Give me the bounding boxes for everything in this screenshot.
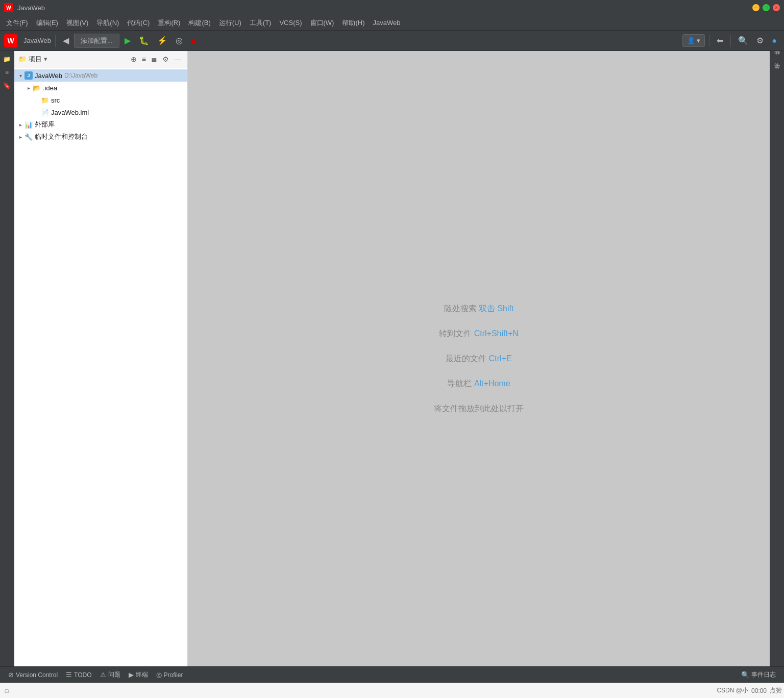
hint-recent-files: 最近的文件 Ctrl+E xyxy=(446,354,511,364)
title-bar-title: JavaWeb xyxy=(17,4,45,12)
bottom-bar: □ CSDN @小 00:00 点赞 xyxy=(0,683,784,698)
title-bar-controls: ─ □ ✕ xyxy=(752,4,780,11)
menu-bar: 文件(F) 编辑(E) 视图(V) 导航(N) 代码(C) 重构(R) 构建(B… xyxy=(0,15,784,31)
panel-header-label: 项目 xyxy=(29,55,42,64)
project-panel: 📁 项目 ▾ ⊕ ≡ ≣ ⚙ — J JavaWeb D:\JavaWeb xyxy=(14,51,188,666)
left-strip-project-btn[interactable]: 📁 xyxy=(1,53,13,65)
right-strip: 结构 书签 xyxy=(770,51,784,666)
status-bar: ⊘ Version Control ☰ TODO ⚠ 问题 ▶ 终端 ◎ Pro… xyxy=(0,666,784,683)
run-button[interactable]: ▶ xyxy=(121,34,134,47)
coverage-button[interactable]: ◎ xyxy=(173,34,186,47)
tree-label-iml: JavaWeb.iml xyxy=(51,109,89,116)
left-strip-bookmarks-btn[interactable]: 🔖 xyxy=(1,80,13,92)
toolbar: W JavaWeb ◀ 添加配置... ▶ 🐛 ⚡ ◎ ■ 👤 ▾ ⬅ 🔍 ⚙ … xyxy=(0,31,784,51)
hint-search-shortcut: 双击 Shift xyxy=(479,304,513,313)
search-everywhere-button[interactable]: 🔍 xyxy=(735,34,751,47)
project-root-icon: J xyxy=(24,71,33,80)
bottom-brand: CSDN @小 xyxy=(717,686,748,695)
tree-icon-idea: 📂 xyxy=(33,84,41,92)
settings-button[interactable]: ⚙ xyxy=(753,34,767,47)
panel-expand-all-btn[interactable]: ≣ xyxy=(149,54,159,64)
tree-label-extlib: 外部库 xyxy=(35,120,55,129)
left-strip-structure-btn[interactable]: ≡ xyxy=(1,66,13,79)
user-button[interactable]: 👤 ▾ xyxy=(682,34,705,47)
right-strip-structure[interactable]: 结构 xyxy=(772,57,782,61)
menu-edit[interactable]: 编辑(E) xyxy=(32,16,62,30)
status-event-log-label: 事件日志 xyxy=(751,670,776,679)
menu-help[interactable]: 帮助(H) xyxy=(338,16,369,30)
panel-close-btn[interactable]: — xyxy=(172,54,183,64)
menu-view[interactable]: 视图(V) xyxy=(62,16,92,30)
project-title: JavaWeb xyxy=(23,37,51,44)
status-event-log[interactable]: 🔍 事件日志 xyxy=(737,670,780,679)
editor-area: 随处搜索 双击 Shift 转到文件 Ctrl+Shift+N 最近的文件 Ct… xyxy=(188,51,770,666)
tree-item-idea[interactable]: 📂 .idea xyxy=(14,82,187,94)
title-bar-left: W JavaWeb xyxy=(4,3,45,12)
tree-area[interactable]: J JavaWeb D:\JavaWeb 📂 .idea 📁 src xyxy=(14,67,187,666)
tree-arrow-src xyxy=(33,96,41,104)
toolbar-separator-3 xyxy=(730,35,731,47)
menu-build[interactable]: 构建(B) xyxy=(184,16,214,30)
problems-icon: ⚠ xyxy=(100,671,106,679)
stop-button[interactable]: ■ xyxy=(188,34,199,47)
panel-add-btn[interactable]: ⊕ xyxy=(129,54,139,64)
hint-navbar: 导航栏 Alt+Home xyxy=(447,379,510,389)
menu-tools[interactable]: 工具(T) xyxy=(246,16,276,30)
tree-label-src: src xyxy=(51,96,60,104)
version-control-icon: ⊘ xyxy=(8,671,14,679)
forward-nav-button[interactable]: ⬅ xyxy=(714,34,726,47)
panel-header-actions: ⊕ ≡ ≣ ⚙ — xyxy=(129,54,183,64)
panel-settings-btn[interactable]: ⚙ xyxy=(160,54,171,64)
hint-goto-shortcut: Ctrl+Shift+N xyxy=(474,329,519,338)
back-button[interactable]: ◀ xyxy=(60,34,72,47)
menu-run[interactable]: 运行(U) xyxy=(215,16,246,30)
tree-label-scratch: 临时文件和控制台 xyxy=(35,132,88,141)
status-todo[interactable]: ☰ TODO xyxy=(62,667,95,683)
panel-collapse-all-btn[interactable]: ≡ xyxy=(140,54,148,64)
tree-item-root[interactable]: J JavaWeb D:\JavaWeb xyxy=(14,69,187,82)
status-problems-label: 问题 xyxy=(108,670,120,679)
profile-button[interactable]: ⚡ xyxy=(154,34,170,47)
menu-project[interactable]: JavaWeb xyxy=(369,17,404,29)
right-strip-bookmarks[interactable]: 书签 xyxy=(772,71,782,76)
tree-label-root: JavaWeb xyxy=(35,72,62,80)
menu-vcs[interactable]: VCS(S) xyxy=(275,17,306,29)
tree-arrow-iml xyxy=(33,108,41,116)
left-strip: 📁 ≡ 🔖 xyxy=(0,51,14,666)
panel-header: 📁 项目 ▾ ⊕ ≡ ≣ ⚙ — xyxy=(14,51,187,67)
maximize-button[interactable]: □ xyxy=(763,4,770,11)
status-terminal[interactable]: ▶ 终端 xyxy=(125,667,152,683)
menu-code[interactable]: 代码(C) xyxy=(123,16,154,30)
tree-item-scratch[interactable]: 🔧 临时文件和控制台 xyxy=(14,131,187,143)
menu-refactor[interactable]: 重构(R) xyxy=(154,16,184,30)
app-logo: W xyxy=(4,3,13,12)
tree-arrow-root xyxy=(16,71,24,80)
minimize-button[interactable]: ─ xyxy=(752,4,760,11)
toolbar-right: 👤 ▾ ⬅ 🔍 ⚙ ● xyxy=(682,34,780,47)
panel-header-title: 📁 项目 ▾ xyxy=(18,55,47,64)
menu-file[interactable]: 文件(F) xyxy=(2,16,32,30)
status-problems[interactable]: ⚠ 问题 xyxy=(96,667,125,683)
todo-icon: ☰ xyxy=(66,671,72,679)
debug-button[interactable]: 🐛 xyxy=(136,34,152,47)
hint-search-everywhere: 随处搜索 双击 Shift xyxy=(444,304,514,314)
toolbar-logo: W xyxy=(4,34,17,47)
panel-dropdown-arrow[interactable]: ▾ xyxy=(44,55,47,63)
run-indicator-button[interactable]: ● xyxy=(769,34,780,47)
event-log-icon: 🔍 xyxy=(741,671,749,679)
toolbar-separator-2 xyxy=(709,35,709,47)
status-profiler[interactable]: ◎ Profiler xyxy=(152,667,187,683)
tree-item-src[interactable]: 📁 src xyxy=(14,94,187,106)
tree-item-extlib[interactable]: 📊 外部库 xyxy=(14,118,187,131)
tree-icon-scratch: 🔧 xyxy=(24,133,33,141)
status-version-control[interactable]: ⊘ Version Control xyxy=(4,667,62,683)
close-button[interactable]: ✕ xyxy=(773,4,780,11)
tree-icon-src: 📁 xyxy=(41,96,49,104)
tree-arrow-extlib xyxy=(16,120,24,129)
menu-navigate[interactable]: 导航(N) xyxy=(92,16,123,30)
menu-window[interactable]: 窗口(W) xyxy=(306,16,338,30)
tree-item-iml[interactable]: 📄 JavaWeb.iml xyxy=(14,106,187,118)
main-area: 📁 ≡ 🔖 📁 项目 ▾ ⊕ ≡ ≣ ⚙ — J xyxy=(0,51,784,666)
tree-icon-iml: 📄 xyxy=(41,108,49,116)
add-config-button[interactable]: 添加配置... xyxy=(74,34,119,48)
